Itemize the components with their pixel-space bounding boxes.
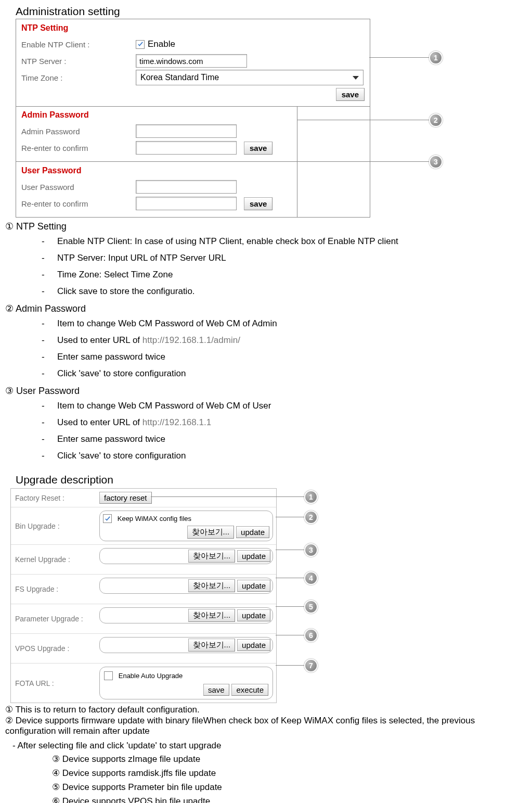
keep-wimax-checkbox[interactable] [103,514,112,523]
vpos-update-button[interactable]: update [237,639,270,651]
ntp-server-input[interactable] [136,54,247,68]
desc-ntp-2: NTP Server: Input URL of NTP Server URL [42,250,527,266]
callout-3: 3 [429,155,443,169]
upgrade-desc-1: ① This is to return to factory default c… [5,704,527,715]
user-pwd-panel: User Password User Password Re-enter to … [16,162,297,217]
upgrade-desc-6: ⑥ Device supports VPOS bin file upadte [52,794,527,803]
vpos-label: VPOS Upgrade : [11,634,96,663]
kernel-update-button[interactable]: update [237,550,270,562]
factory-reset-button[interactable]: factory reset [99,492,152,504]
desc-ntp-heading: ① NTP Setting [5,221,527,232]
admin-section-title: Administration setting [16,5,527,18]
u-leader-4 [276,578,304,578]
ntp-enable-checkbox[interactable] [136,40,145,49]
param-update-button[interactable]: update [237,609,270,621]
fota-enable-label: Enable Auto Upgrade [119,672,183,680]
ntp-server-label: NTP Server : [21,57,136,66]
kernel-browse-button[interactable]: 찾아보기... [188,550,236,563]
admin-panel: NTP Setting Enable NTP Client : Enable N… [16,19,370,218]
u-callout-1: 1 [304,490,318,504]
fota-execute-button[interactable]: execute [231,684,268,696]
u-leader-7 [276,665,304,666]
upgrade-section-title: Upgrade description [16,474,527,486]
desc-admin-3: Enter same password twice [42,349,527,365]
admin-confirm-label: Re-enter to confirm [21,144,136,152]
user-confirm-label: Re-enter to confirm [21,199,136,208]
bin-browse-button[interactable]: 찾아보기... [187,526,235,539]
upgrade-desc-2: ② Device supports firmware update with b… [5,715,527,736]
leader-3 [297,161,429,162]
fota-enable-checkbox[interactable] [104,671,113,680]
u-leader-2 [276,517,304,517]
desc-ntp-3: Time Zone: Select Time Zone [42,266,527,283]
bin-label: Bin Upgrade : [11,507,96,544]
param-browse-button[interactable]: 찾아보기... [188,609,236,622]
admin-pwd-label: Admin Password [21,127,136,136]
desc-admin-heading: ② Admin Password [5,303,527,314]
user-pwd-header: User Password [21,166,292,175]
callout-1: 1 [429,51,443,65]
desc-user-2: Used to enter URL of http://192.168.1.1 [42,414,527,431]
desc-user-3: Enter same password twice [42,431,527,448]
leader-2 [297,120,429,120]
desc-admin-1: Item to change Web CM Password of Web CM… [42,315,527,332]
tz-select[interactable]: Korea Standard Time [136,70,364,85]
upgrade-desc-4: ④ Device supports ramdisk.jffs file upda… [52,766,527,780]
kernel-label: Kernel Upgrade : [11,545,96,574]
callout-2: 2 [429,113,443,127]
u-callout-7: 7 [304,659,318,672]
admin-pwd-save-button[interactable]: save [244,142,273,155]
fs-label: FS Upgrade : [11,575,96,604]
admin-pwd-input[interactable] [136,124,237,138]
upgrade-desc-5: ⑤ Device supports Prameter bin file upda… [52,780,527,794]
u-leader-1 [151,496,304,497]
ntp-panel: NTP Setting Enable NTP Client : Enable N… [16,19,370,107]
user-pwd-save-button[interactable]: save [244,197,273,210]
desc-user-heading: ③ User Password [5,385,527,397]
u-callout-6: 6 [304,629,318,642]
fota-save-button[interactable]: save [203,684,229,696]
fs-browse-button[interactable]: 찾아보기... [188,579,236,592]
upgrade-desc-after: - After selecting file and click 'update… [12,741,527,751]
ntp-header: NTP Setting [21,23,365,33]
desc-admin-2: Used to enter URL of http://192.168.1.1/… [42,332,527,349]
admin-pwd-header: Admin Password [21,110,292,120]
user-confirm-input[interactable] [136,197,237,210]
tz-value: Korea Standard Time [140,73,219,82]
fs-update-button[interactable]: update [237,580,270,592]
user-pwd-input[interactable] [136,180,237,194]
ntp-enable-label: Enable NTP Client : [21,40,136,49]
upgrade-panel: Factory Reset : factory reset Bin Upgrad… [10,488,277,703]
u-callout-2: 2 [304,511,318,524]
chevron-down-icon [353,76,359,80]
admin-pwd-panel: Admin Password Admin Password Re-enter t… [16,106,297,162]
u-callout-3: 3 [304,543,318,557]
factory-label: Factory Reset : [11,489,96,507]
keep-wimax-label: Keep WiMAX config files [118,515,191,522]
u-leader-6 [276,635,304,635]
upgrade-desc-3: ③ Device supports zImage file update [52,752,527,766]
leader-1 [369,57,429,58]
param-label: Parameter Upgrade : [11,604,96,633]
ntp-save-button[interactable]: save [336,88,365,101]
desc-ntp-4: Click save to store the configuratio. [42,283,527,300]
u-callout-4: 4 [304,571,318,585]
desc-user-1: Item to change Web CM Password of Web CM… [42,398,527,414]
user-pwd-label: User Password [21,183,136,192]
u-leader-5 [276,606,304,607]
vpos-browse-button[interactable]: 찾아보기... [188,639,236,652]
bin-update-button[interactable]: update [236,526,269,538]
desc-ntp-1: Enable NTP Client: In case of using NTP … [42,233,527,250]
desc-user-4: Click 'save' to store configuration [42,448,527,464]
ntp-enable-text: Enable [148,39,175,49]
u-callout-5: 5 [304,600,318,614]
u-leader-3 [276,550,304,550]
admin-confirm-input[interactable] [136,141,237,155]
tz-label: Time Zone : [21,73,136,82]
desc-admin-4: Click 'save' to store configuration [42,365,527,382]
fota-label: FOTA URL : [11,664,96,703]
